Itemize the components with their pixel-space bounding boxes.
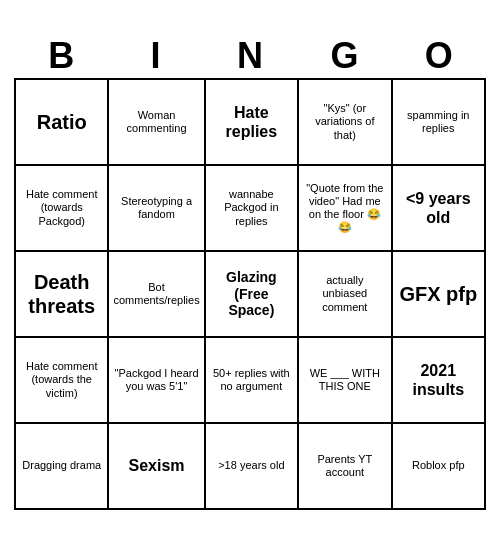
bingo-cell-19[interactable]: 2021 insults xyxy=(393,338,486,424)
bingo-cell-21[interactable]: Sexism xyxy=(109,424,205,510)
bingo-cell-17[interactable]: 50+ replies with no argument xyxy=(206,338,299,424)
bingo-cell-7[interactable]: wannabe Packgod in replies xyxy=(206,166,299,252)
bingo-cell-13[interactable]: actually unbiased comment xyxy=(299,252,392,338)
bingo-cell-22[interactable]: >18 years old xyxy=(206,424,299,510)
bingo-cell-9[interactable]: <9 years old xyxy=(393,166,486,252)
header-o: O xyxy=(392,34,486,78)
bingo-cell-4[interactable]: spamming in replies xyxy=(393,80,486,166)
bingo-cell-14[interactable]: GFX pfp xyxy=(393,252,486,338)
bingo-cell-5[interactable]: Hate comment (towards Packgod) xyxy=(16,166,109,252)
bingo-cell-1[interactable]: Woman commenting xyxy=(109,80,205,166)
bingo-cell-6[interactable]: Stereotyping a fandom xyxy=(109,166,205,252)
bingo-cell-20[interactable]: Dragging drama xyxy=(16,424,109,510)
bingo-cell-23[interactable]: Parents YT account xyxy=(299,424,392,510)
bingo-cell-2[interactable]: Hate replies xyxy=(206,80,299,166)
bingo-cell-15[interactable]: Hate comment (towards the victim) xyxy=(16,338,109,424)
bingo-cell-3[interactable]: "Kys" (or variations of that) xyxy=(299,80,392,166)
header-g: G xyxy=(297,34,391,78)
bingo-cell-18[interactable]: WE ___ WITH THIS ONE xyxy=(299,338,392,424)
header-n: N xyxy=(203,34,297,78)
bingo-cell-0[interactable]: Ratio xyxy=(16,80,109,166)
bingo-grid: RatioWoman commentingHate replies"Kys" (… xyxy=(14,78,486,510)
bingo-cell-24[interactable]: Roblox pfp xyxy=(393,424,486,510)
bingo-cell-12[interactable]: Glazing (Free Space) xyxy=(206,252,299,338)
bingo-cell-11[interactable]: Bot comments/replies xyxy=(109,252,205,338)
bingo-header: B I N G O xyxy=(14,34,486,78)
bingo-container: B I N G O RatioWoman commentingHate repl… xyxy=(10,30,490,514)
bingo-cell-8[interactable]: "Quote from the video" Had me on the flo… xyxy=(299,166,392,252)
bingo-cell-10[interactable]: Death threats xyxy=(16,252,109,338)
header-b: B xyxy=(14,34,108,78)
bingo-cell-16[interactable]: "Packgod I heard you was 5'1" xyxy=(109,338,205,424)
header-i: I xyxy=(108,34,202,78)
